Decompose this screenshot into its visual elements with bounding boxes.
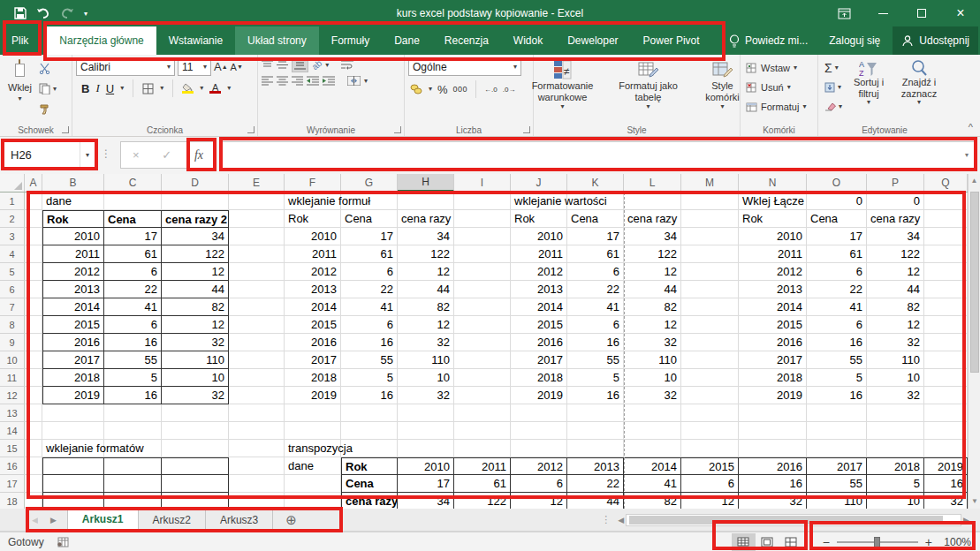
cell-I3[interactable]: [454, 228, 511, 245]
borders-icon[interactable]: [142, 83, 154, 94]
cell-K9[interactable]: 16: [567, 334, 624, 351]
insert-cells-button[interactable]: Wstaw▾: [744, 59, 808, 77]
row-header-3[interactable]: 3: [0, 228, 25, 245]
cell-B1[interactable]: dane: [42, 192, 104, 210]
column-header-O[interactable]: O: [807, 174, 867, 192]
cell-N6[interactable]: 2013: [739, 281, 807, 298]
cell-G9[interactable]: 16: [341, 334, 398, 351]
cell-E12[interactable]: [229, 387, 285, 404]
cell-F9[interactable]: 2016: [285, 334, 341, 351]
increase-font-icon[interactable]: A▲: [214, 60, 228, 73]
cell-B18[interactable]: [42, 493, 104, 509]
cell-O2[interactable]: Cena: [807, 210, 867, 228]
cell-F2[interactable]: Rok: [285, 210, 341, 228]
redo-icon[interactable]: [60, 8, 74, 19]
cell-M11[interactable]: [681, 369, 739, 387]
cell-F4[interactable]: 2011: [285, 245, 341, 263]
cell-N2[interactable]: Rok: [739, 210, 807, 228]
tab-dane[interactable]: Dane: [382, 26, 432, 55]
cell-B7[interactable]: 2014: [42, 298, 104, 316]
formula-bar-splitter[interactable]: ⋮: [101, 147, 111, 160]
cell-I13[interactable]: [454, 404, 511, 422]
cell-P14[interactable]: [867, 422, 924, 440]
cell-G5[interactable]: 6: [341, 263, 398, 281]
cell-P2[interactable]: cena razy 2: [867, 210, 924, 228]
cell-C8[interactable]: 6: [104, 316, 162, 334]
cell-E14[interactable]: [229, 422, 285, 440]
cell-L11[interactable]: 10: [624, 369, 681, 387]
row-header-13[interactable]: 13: [0, 404, 25, 422]
sheet-nav-right-icon[interactable]: ▶: [50, 516, 57, 525]
cell-G4[interactable]: 61: [341, 245, 398, 263]
cell-F7[interactable]: 2014: [285, 298, 341, 316]
cell-Q14[interactable]: [924, 422, 968, 440]
format-as-table-button[interactable]: Formatuj jako tabelę ▾: [607, 57, 690, 113]
cell-L9[interactable]: 32: [624, 334, 681, 351]
minimize-icon[interactable]: [863, 0, 902, 26]
cell-F16[interactable]: dane: [285, 457, 341, 475]
align-left-icon[interactable]: [262, 76, 273, 86]
cell-E5[interactable]: [229, 263, 285, 281]
cell-C10[interactable]: 55: [104, 351, 162, 369]
cell-D13[interactable]: [162, 404, 229, 422]
cell-J17[interactable]: 6: [511, 475, 567, 493]
accounting-format-icon[interactable]: [410, 84, 423, 94]
scroll-left-icon[interactable]: ◀: [618, 513, 624, 527]
cell-D4[interactable]: 122: [162, 245, 229, 263]
cell-C9[interactable]: 16: [104, 334, 162, 351]
column-header-A[interactable]: A: [25, 174, 42, 192]
format-cells-button[interactable]: Formatuj▾: [744, 98, 808, 116]
column-header-C[interactable]: C: [104, 174, 162, 192]
column-header-K[interactable]: K: [567, 174, 624, 192]
cell-D3[interactable]: 34: [162, 228, 229, 245]
sheet-tab-arkusz3[interactable]: Arkusz3: [206, 509, 273, 531]
cell-G18[interactable]: cena razy 2: [341, 493, 398, 509]
normal-view-button[interactable]: [732, 533, 756, 551]
cell-K14[interactable]: [567, 422, 624, 440]
cell-L16[interactable]: 2014: [624, 457, 681, 475]
column-header-N[interactable]: N: [739, 174, 807, 192]
cell-D15[interactable]: [162, 440, 229, 457]
cell-C18[interactable]: [104, 493, 162, 509]
ribbon-display-options-icon[interactable]: [824, 0, 863, 26]
qat-customize-icon[interactable]: ▾: [84, 10, 87, 18]
collapse-ribbon-icon[interactable]: ^: [969, 122, 973, 132]
fill-button[interactable]: ▾: [822, 78, 845, 96]
cell-O5[interactable]: 6: [807, 263, 867, 281]
cell-M5[interactable]: [681, 263, 739, 281]
cell-K7[interactable]: 41: [567, 298, 624, 316]
cell-I9[interactable]: [454, 334, 511, 351]
scroll-down-icon[interactable]: ▼: [969, 494, 980, 509]
cell-K16[interactable]: 2013: [567, 457, 624, 475]
cell-Q4[interactable]: [924, 245, 968, 263]
cell-Q10[interactable]: [924, 351, 968, 369]
cell-Q8[interactable]: [924, 316, 968, 334]
cell-K5[interactable]: 6: [567, 263, 624, 281]
cell-E17[interactable]: [229, 475, 285, 493]
tab-wstawianie[interactable]: Wstawianie: [156, 26, 235, 55]
cell-F17[interactable]: [285, 475, 341, 493]
cell-D16[interactable]: [162, 457, 229, 475]
cell-J6[interactable]: 2013: [511, 281, 567, 298]
cell-Q6[interactable]: [924, 281, 968, 298]
cell-A6[interactable]: [25, 281, 42, 298]
cell-P7[interactable]: 82: [867, 298, 924, 316]
cell-L14[interactable]: [624, 422, 681, 440]
sheet-tab-arkusz1[interactable]: Arkusz1: [67, 509, 139, 531]
cell-O18[interactable]: 110: [807, 493, 867, 509]
cell-F18[interactable]: [285, 493, 341, 509]
tab-widok[interactable]: Widok: [501, 26, 555, 55]
cell-Q17[interactable]: 16: [924, 475, 968, 493]
row-header-15[interactable]: 15: [0, 440, 25, 457]
cell-E6[interactable]: [229, 281, 285, 298]
row-header-11[interactable]: 11: [0, 369, 25, 387]
zoom-out-icon[interactable]: −: [823, 535, 830, 549]
cell-P12[interactable]: 32: [867, 387, 924, 404]
autosum-button[interactable]: Σ▾: [822, 58, 845, 77]
cell-B9[interactable]: 2016: [42, 334, 104, 351]
increase-indent-icon[interactable]: [323, 76, 335, 86]
cell-N5[interactable]: 2012: [739, 263, 807, 281]
cell-P13[interactable]: [867, 404, 924, 422]
cell-H1[interactable]: [398, 192, 454, 210]
align-right-icon[interactable]: [292, 76, 303, 86]
